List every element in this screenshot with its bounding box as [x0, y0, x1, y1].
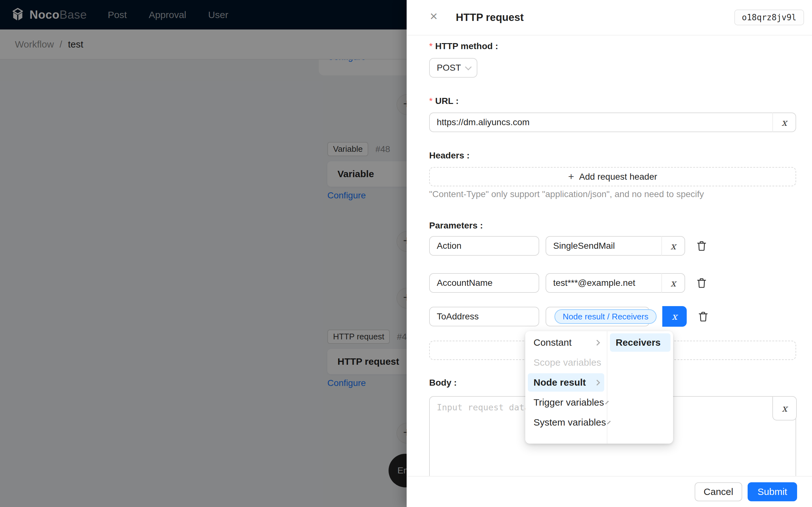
menu-item-constant[interactable]: Constant [528, 333, 604, 352]
param-name-value: Action [437, 241, 461, 251]
param-variable-button[interactable]: x [661, 236, 685, 256]
submit-button[interactable]: Submit [748, 482, 797, 501]
param-value: test***@example.net [553, 278, 635, 288]
node-key-badge: o18qrz8jv9l [734, 9, 804, 25]
add-request-header-button[interactable]: + Add request header [429, 167, 796, 186]
delete-param-button[interactable] [696, 309, 710, 324]
variable-menu-root: Constant Scope variables Node result Tri… [525, 331, 607, 444]
param-value: SingleSendMail [553, 241, 615, 251]
url-variable-button[interactable]: x [772, 112, 796, 132]
param-value-input[interactable]: SingleSendMail [546, 236, 661, 256]
parameters-label: Parameters : [429, 221, 483, 231]
param-name-value: AccountName [437, 278, 493, 288]
menu-item-scope-variables: Scope variables [528, 353, 604, 372]
body-label: Body : [429, 378, 457, 388]
required-marker: * [429, 41, 433, 51]
drawer-header: ✕ HTTP request o18qrz8jv9l [407, 0, 812, 36]
param-name-input[interactable]: Action [429, 236, 539, 256]
drawer-title: HTTP request [456, 11, 524, 23]
param-variable-button[interactable]: x [661, 273, 685, 293]
http-method-label: *HTTP method : [429, 41, 498, 51]
param-name-input[interactable]: AccountName [429, 273, 539, 293]
url-label: *URL : [429, 96, 459, 106]
workflow-app: Configure + Variable #48 Variable Config… [0, 0, 812, 507]
variable-picker-menu: Constant Scope variables Node result Tri… [525, 331, 673, 444]
trash-icon [697, 310, 710, 323]
delete-param-button[interactable] [695, 239, 709, 253]
variable-x-icon: x [670, 240, 676, 251]
drawer-footer: Cancel Submit [407, 476, 812, 507]
trash-icon [695, 239, 708, 252]
param-value-input[interactable]: Node result / Receivers [546, 307, 650, 326]
http-request-drawer: ✕ HTTP request o18qrz8jv9l *HTTP method … [407, 0, 812, 507]
chevron-right-icon [594, 340, 600, 345]
url-value: https://dm.aliyuncs.com [437, 117, 530, 127]
body-variable-button[interactable]: x [772, 396, 797, 420]
variable-x-icon: x [670, 278, 676, 289]
param-value-input[interactable]: test***@example.net [546, 273, 661, 293]
cancel-button[interactable]: Cancel [695, 482, 742, 501]
param-value-group: SingleSendMail x [546, 236, 685, 256]
variable-x-icon: x [781, 117, 787, 128]
url-input-group: https://dm.aliyuncs.com x [429, 112, 796, 132]
menu-item-trigger-variables[interactable]: Trigger variables [528, 393, 604, 412]
chevron-right-icon [594, 380, 600, 385]
param-name-value: ToAddress [437, 312, 478, 322]
variable-menu-submenu: Receivers [607, 331, 673, 444]
http-method-value: POST [437, 63, 461, 73]
plus-icon: + [568, 171, 574, 182]
required-marker: * [429, 96, 433, 106]
body-placeholder: Input request data [437, 402, 530, 412]
variable-tag[interactable]: Node result / Receivers [554, 309, 657, 324]
headers-label: Headers : [429, 151, 470, 161]
param-name-input[interactable]: ToAddress [429, 307, 539, 326]
chevron-down-icon [465, 63, 472, 70]
headers-hint: "Content-Type" only support "application… [429, 189, 704, 199]
http-method-select[interactable]: POST [429, 58, 477, 78]
trash-icon [695, 277, 708, 289]
url-input[interactable]: https://dm.aliyuncs.com [429, 112, 772, 132]
variable-x-icon: x [672, 311, 677, 322]
variable-x-icon: x [782, 403, 787, 414]
param-value-group: test***@example.net x [546, 273, 685, 293]
param-variable-button-active[interactable]: x [662, 306, 687, 327]
menu-item-node-result[interactable]: Node result [528, 373, 604, 392]
delete-param-button[interactable] [695, 276, 709, 290]
menu-item-system-variables[interactable]: System variables [528, 413, 604, 432]
menu-item-receivers[interactable]: Receivers [610, 333, 670, 352]
close-icon[interactable]: ✕ [429, 11, 438, 21]
add-request-header-label: Add request header [579, 172, 657, 182]
